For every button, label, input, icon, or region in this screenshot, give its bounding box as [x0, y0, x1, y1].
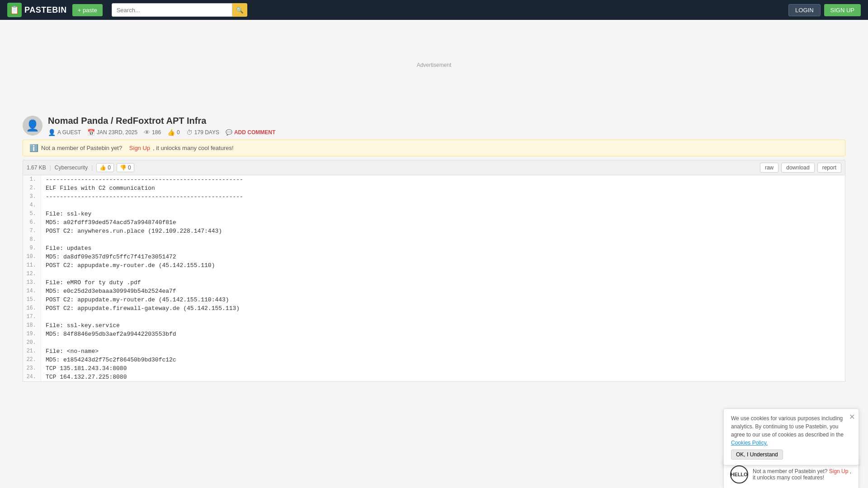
search-input[interactable]: [112, 3, 232, 17]
search-icon: 🔍: [236, 7, 244, 14]
line-number: 11.: [23, 261, 41, 270]
avatar: 👤: [23, 116, 42, 136]
line-content: [41, 270, 46, 278]
line-content: File: ssl-key: [41, 210, 91, 218]
logo-text: PASTEBIN: [24, 5, 67, 15]
header: 📋 PASTEBIN + paste 🔍 LOGIN SIGN UP: [0, 0, 868, 20]
date-label: JAN 23RD, 2025: [97, 129, 137, 136]
logo-icon: 📋: [7, 3, 22, 17]
logo[interactable]: 📋 PASTEBIN: [7, 3, 67, 17]
search-area: 🔍: [112, 3, 247, 17]
line-number: 3.: [23, 192, 41, 201]
table-row: 23.TCP 135.181.243.34:8080: [23, 364, 845, 373]
line-number: 13.: [23, 278, 41, 287]
signup-notice: ℹ️ Not a member of Pastebin yet? Sign Up…: [23, 140, 845, 156]
line-content: [41, 235, 46, 244]
line-content: [41, 313, 46, 321]
line-content: ----------------------------------------…: [41, 192, 243, 201]
notice-signup-link[interactable]: Sign Up: [129, 145, 150, 151]
comment-icon: 💬: [226, 129, 232, 136]
table-row: 6.MD5: a02fdff39ded574acd57a9948740f81e: [23, 218, 845, 227]
eye-icon: 👁: [144, 129, 150, 136]
ad-label: Advertisement: [417, 62, 452, 68]
line-content: TCP 164.132.27.225:8080: [41, 373, 127, 381]
table-row: 19.MD5: 84f8846e95db3aef2a99442203553bfd: [23, 330, 845, 338]
table-row: 18.File: ssl-key.service: [23, 321, 845, 330]
line-number: 12.: [23, 270, 41, 278]
table-row: 9.File: updates: [23, 244, 845, 253]
line-number: 20.: [23, 338, 41, 347]
line-content: [41, 201, 46, 210]
line-number: 14.: [23, 287, 41, 296]
thumbs-up-icon: 👍: [99, 164, 106, 171]
table-row: 24.TCP 164.132.27.225:8080: [23, 373, 845, 381]
table-row: 12.: [23, 270, 845, 278]
line-number: 15.: [23, 296, 41, 304]
line-number: 6.: [23, 218, 41, 227]
separator-1: |: [50, 164, 51, 171]
table-row: 16.POST C2: appupdate.firewall-gateway.d…: [23, 304, 845, 313]
table-row: 7.POST C2: anywheres.run.place (192.109.…: [23, 227, 845, 235]
clock-icon: ⏱: [186, 129, 193, 136]
line-content: MD5: e1854243d2f75c2f86450b9bd30fc12c: [41, 356, 176, 364]
date-meta: 📅 JAN 23RD, 2025: [87, 129, 137, 136]
new-paste-button[interactable]: + paste: [72, 4, 103, 16]
vote-area: 👍 0 👎 0: [96, 163, 134, 172]
code-container: 1.--------------------------------------…: [23, 175, 845, 382]
line-number: 23.: [23, 364, 41, 373]
search-button[interactable]: 🔍: [232, 3, 247, 17]
line-number: 8.: [23, 235, 41, 244]
expiry-label: 179 DAYS: [194, 129, 219, 136]
line-number: 9.: [23, 244, 41, 253]
expiry-meta: ⏱ 179 DAYS: [186, 129, 219, 136]
author-meta: 👤 A GUEST: [48, 129, 81, 136]
raw-button[interactable]: raw: [760, 163, 778, 173]
table-row: 5.File: ssl-key: [23, 210, 845, 218]
thumbs-down-icon: 👎: [120, 164, 127, 171]
table-row: 15.POST C2: appupdate.my-router.de (45.1…: [23, 296, 845, 304]
paste-meta: 👤 A GUEST 📅 JAN 23RD, 2025 👁 186 👍 0: [48, 129, 845, 136]
line-content: POST C2: appupdate.my-router.de (45.142.…: [41, 296, 229, 304]
table-row: 20.: [23, 338, 845, 347]
notice-text: Not a member of Pastebin yet?: [41, 145, 122, 151]
downvote-button[interactable]: 👎 0: [117, 163, 134, 172]
paste-info: Nomad Panda / RedFoxtrot APT Infra 👤 A G…: [48, 116, 845, 136]
advertisement: Advertisement: [0, 20, 868, 110]
login-button[interactable]: LOGIN: [788, 4, 820, 16]
line-content: MD5: e0c25d2d3ebaaa309949b54b2524ea7f: [41, 287, 176, 296]
line-number: 5.: [23, 210, 41, 218]
line-content: File: updates: [41, 244, 91, 253]
like-icon: 👍: [167, 129, 175, 136]
table-row: 4.: [23, 201, 845, 210]
main-content: Advertisement 👤 Nomad Panda / RedFoxtrot…: [0, 20, 868, 382]
line-content: File: <no-name>: [41, 347, 99, 356]
line-content: TCP 135.181.243.34:8080: [41, 364, 127, 373]
line-number: 1.: [23, 175, 41, 184]
table-row: 3.--------------------------------------…: [23, 192, 845, 201]
line-content: POST C2: anywheres.run.place (192.109.22…: [41, 227, 222, 235]
line-number: 19.: [23, 330, 41, 338]
toolbar-right: raw download report: [760, 163, 841, 173]
signup-button[interactable]: SIGN UP: [824, 4, 861, 16]
upvote-button[interactable]: 👍 0: [96, 163, 114, 172]
line-content: POST C2: appupdate.my-router.de (45.142.…: [41, 261, 215, 270]
line-content: MD5: a02fdff39ded574acd57a9948740f81e: [41, 218, 176, 227]
line-content: File: ssl-key.service: [41, 321, 120, 330]
line-content: [41, 338, 46, 347]
line-number: 16.: [23, 304, 41, 313]
line-content: MD5: da8df09e357d9fc5ffc7f417e3051472: [41, 253, 176, 261]
upvote-count: 0: [108, 164, 111, 171]
line-content: ----------------------------------------…: [41, 175, 243, 184]
paste-toolbar: 1.67 KB | Cybersecurity | 👍 0 👎 0 raw do…: [23, 160, 845, 175]
user-icon: 👤: [48, 129, 56, 136]
views-label: 186: [152, 129, 161, 136]
line-number: 2.: [23, 184, 41, 192]
download-button[interactable]: download: [781, 163, 814, 173]
table-row: 11.POST C2: appupdate.my-router.de (45.1…: [23, 261, 845, 270]
paste-header: 👤 Nomad Panda / RedFoxtrot APT Infra 👤 A…: [23, 110, 845, 140]
report-button[interactable]: report: [817, 163, 841, 173]
line-number: 24.: [23, 373, 41, 381]
line-content: File: eMRO for ty duty .pdf: [41, 278, 141, 287]
add-comment-link[interactable]: 💬 ADD COMMENT: [226, 129, 275, 136]
calendar-icon: 📅: [87, 129, 95, 136]
